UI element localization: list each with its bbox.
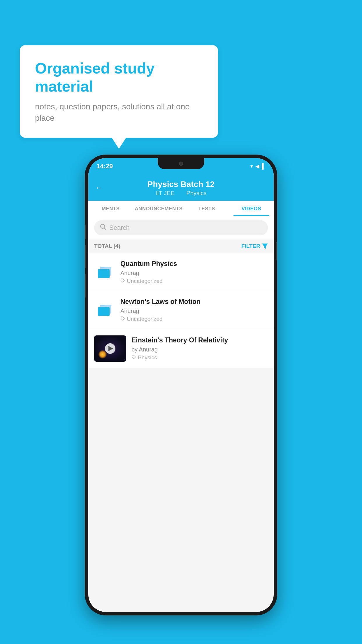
svg-rect-4 — [98, 269, 110, 278]
svg-point-5 — [122, 279, 122, 280]
video-tag: Physics — [131, 354, 268, 361]
header-title: Physics Batch 12 — [147, 180, 215, 189]
status-bar: 14:29 ▾ ◀ ▌ — [88, 158, 274, 174]
filter-label: FILTER — [241, 243, 260, 249]
bubble-subtitle: notes, question papers, solutions all at… — [35, 101, 203, 124]
search-placeholder: Search — [109, 224, 130, 232]
header-subtitle: IIT JEE Physics — [154, 190, 208, 197]
tag-icon — [120, 278, 125, 284]
svg-rect-7 — [98, 307, 110, 316]
volume-down-button — [85, 274, 86, 298]
folder-icon-container — [94, 261, 115, 282]
header-subtitle-course: IIT JEE — [156, 190, 175, 196]
tag-label: Physics — [138, 354, 157, 361]
video-tag: Uncategorized — [120, 316, 268, 322]
tab-announcements[interactable]: ANNOUNCEMENTS — [133, 201, 184, 216]
video-thumbnail — [94, 335, 126, 362]
wifi-icon: ▾ — [250, 163, 253, 169]
tag-label: Uncategorized — [127, 316, 163, 322]
phone-frame: 14:29 ▾ ◀ ▌ ← Physics Batch 12 IIT JEE P… — [85, 155, 277, 615]
signal-icon: ◀ — [255, 163, 259, 169]
tag-label: Uncategorized — [127, 278, 163, 284]
video-author: Anurag — [120, 308, 268, 314]
video-title: Newton's Laws of Motion — [120, 298, 268, 306]
tab-ments[interactable]: MENTS — [88, 201, 133, 216]
speech-bubble-container: Organised study material notes, question… — [20, 45, 218, 138]
list-item[interactable]: Quantum Physics Anurag Uncategorized — [88, 253, 274, 291]
search-container: Search — [88, 216, 274, 239]
power-button — [276, 242, 277, 260]
battery-icon: ▌ — [262, 163, 266, 169]
svg-line-1 — [104, 228, 106, 230]
list-item[interactable]: Einstein's Theory Of Relativity by Anura… — [88, 329, 274, 368]
tag-icon — [131, 355, 136, 360]
tabs-bar: MENTS ANNOUNCEMENTS TESTS VIDEOS — [88, 201, 274, 216]
play-triangle — [108, 346, 113, 351]
folder-icon — [96, 264, 114, 280]
search-box[interactable]: Search — [94, 220, 268, 235]
svg-marker-2 — [262, 244, 268, 249]
notch — [158, 158, 204, 169]
tab-tests[interactable]: TESTS — [184, 201, 229, 216]
mute-button — [85, 225, 86, 239]
svg-point-8 — [122, 317, 122, 318]
total-count: TOTAL (4) — [94, 243, 120, 249]
speech-bubble: Organised study material notes, question… — [20, 45, 218, 138]
filter-row: TOTAL (4) FILTER — [88, 239, 274, 253]
search-icon — [100, 224, 106, 232]
folder-icon — [96, 302, 114, 318]
video-title: Einstein's Theory Of Relativity — [131, 336, 268, 345]
video-list: Quantum Physics Anurag Uncategorized — [88, 253, 274, 368]
video-author: by Anurag — [131, 346, 268, 353]
play-button-icon — [105, 343, 115, 354]
folder-icon-container — [94, 299, 115, 320]
video-title: Quantum Physics — [120, 260, 268, 268]
filter-icon — [262, 244, 268, 249]
video-info: Einstein's Theory Of Relativity by Anura… — [131, 336, 268, 361]
tab-videos[interactable]: VIDEOS — [229, 201, 274, 216]
video-tag: Uncategorized — [120, 278, 268, 284]
camera-dot — [179, 162, 183, 166]
app-header: ← Physics Batch 12 IIT JEE Physics — [88, 174, 274, 201]
volume-up-button — [85, 245, 86, 268]
bubble-title: Organised study material — [35, 59, 203, 96]
video-info: Quantum Physics Anurag Uncategorized — [120, 260, 268, 284]
header-subtitle-subject: Physics — [187, 190, 207, 196]
header-subtitle-sep — [180, 190, 183, 196]
tag-icon — [120, 316, 125, 322]
svg-point-9 — [133, 356, 133, 356]
back-button[interactable]: ← — [95, 183, 103, 192]
list-item[interactable]: Newton's Laws of Motion Anurag Uncategor… — [88, 291, 274, 329]
phone-screen: 14:29 ▾ ◀ ▌ ← Physics Batch 12 IIT JEE P… — [88, 158, 274, 612]
video-info: Newton's Laws of Motion Anurag Uncategor… — [120, 298, 268, 322]
video-author: Anurag — [120, 270, 268, 276]
filter-button[interactable]: FILTER — [241, 243, 268, 249]
status-icons: ▾ ◀ ▌ — [250, 163, 266, 169]
status-time: 14:29 — [96, 162, 113, 170]
